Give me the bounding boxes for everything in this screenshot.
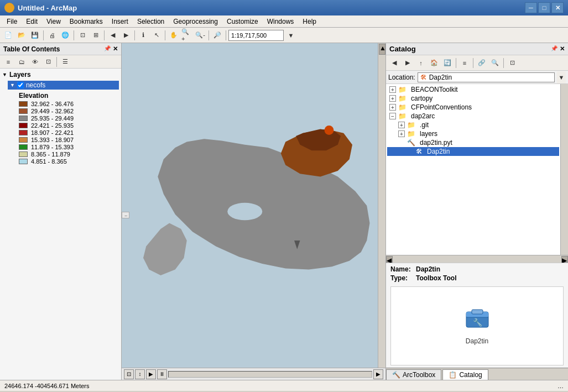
tree-item-beacontoolkit[interactable]: +📁BEACONToolkit [387, 85, 559, 94]
menu-item-help[interactable]: Help [298, 17, 321, 27]
toc-layer-name[interactable]: ▼ necofs [8, 81, 119, 90]
toc-list-by-source[interactable]: 🗂 [15, 56, 28, 68]
toc-list-by-visibility[interactable]: 👁 [29, 56, 41, 68]
map-area[interactable]: ▲ ▼ ‥ [122, 43, 385, 380]
toc-list-by-drawing-order[interactable]: ≡ [2, 56, 14, 68]
menu-item-bookmarks[interactable]: Bookmarks [65, 17, 107, 27]
legend-title: Elevation [19, 92, 119, 100]
tree-item--git[interactable]: +📁.git [387, 121, 559, 129]
location-dropdown-button[interactable]: ▼ [557, 71, 566, 83]
catalog-connect-button[interactable]: 🔗 [476, 57, 488, 69]
vscroll-track[interactable] [378, 55, 385, 368]
catalog-home-button[interactable]: 🏠 [428, 57, 440, 69]
globe-button[interactable]: 🌐 [59, 29, 71, 41]
main-toolbar: 📄 📂 💾 🖨 🌐 ⊡ ⊞ ◀ ▶ ℹ ↖ ✋ 🔍+ 🔍- 🔎 1:19,717… [0, 28, 568, 43]
new-button[interactable]: 📄 [2, 29, 14, 41]
catalog-view-toggle[interactable]: ≡ [458, 57, 471, 69]
tree-item-dap2tin[interactable]: 🛠Dap2tin [387, 147, 559, 156]
menu-item-customize[interactable]: Customize [222, 17, 263, 27]
menu-item-insert[interactable]: Insert [107, 17, 133, 27]
maximize-button[interactable]: □ [538, 2, 550, 13]
legend-item: 4.851 - 8.365 [19, 158, 119, 165]
layer-expand[interactable]: ▼ [10, 82, 15, 88]
toc-list-by-selection[interactable]: ⊡ [42, 56, 54, 68]
legend-range: 18.907 - 22.421 [31, 129, 74, 136]
select-button[interactable]: ↖ [150, 29, 163, 41]
expand-button[interactable]: + [398, 122, 405, 128]
save-button[interactable]: 💾 [29, 29, 41, 41]
minimize-button[interactable]: ─ [525, 2, 537, 13]
hscroll-left[interactable]: ◀ [386, 256, 393, 263]
location-input[interactable]: 🛠 Dap2tin [418, 72, 555, 82]
catalog-close-button[interactable]: ✕ [560, 45, 565, 53]
identify-button[interactable]: ℹ [137, 29, 149, 41]
menu-item-selection[interactable]: Selection [133, 17, 169, 27]
tab-catalog[interactable]: 📋 Catalog [442, 369, 488, 380]
sep6 [209, 30, 209, 40]
layers-expand[interactable]: ▼ [2, 72, 7, 77]
map-horizontal-scrollbar[interactable] [168, 371, 372, 378]
sep5 [165, 30, 165, 40]
scale-dropdown[interactable]: ▼ [285, 29, 297, 41]
menu-item-file[interactable]: File [2, 17, 22, 27]
tree-item-dap2tin-pyt[interactable]: 🔨dap2tin.pyt [387, 138, 559, 147]
expand-button[interactable]: − [389, 113, 396, 119]
back-button[interactable]: ◀ [107, 29, 119, 41]
legend-range: 11.879 - 15.393 [31, 144, 74, 150]
pan-button[interactable]: ✋ [168, 29, 180, 41]
catalog-horizontal-scrollbar[interactable]: ◀ ▶ [386, 255, 568, 263]
map-play-button[interactable]: ▶ [146, 369, 156, 379]
menu-item-edit[interactable]: Edit [22, 17, 42, 27]
tree-item-dap2arc[interactable]: −📁dap2arc [387, 112, 559, 121]
forward-button[interactable]: ▶ [120, 29, 132, 41]
tree-item-layers[interactable]: +📁layers [387, 129, 559, 138]
hscroll-right[interactable]: ▶ [561, 256, 568, 263]
fixed-zoom-in-button[interactable]: ⊞ [90, 29, 102, 41]
find-button[interactable]: 🔎 [211, 29, 223, 41]
toc-options-button[interactable]: ☰ [59, 56, 71, 68]
close-button[interactable]: ✕ [551, 2, 564, 13]
expand-button[interactable]: + [389, 104, 396, 111]
expand-button[interactable]: + [389, 86, 396, 93]
vscroll-up[interactable]: ▲ [379, 44, 385, 55]
full-extent-button[interactable]: ⊡ [76, 29, 88, 41]
map-pan-button[interactable]: ↕ [135, 369, 145, 379]
scale-input[interactable]: 1:19,717,500 [228, 30, 284, 41]
zoom-out-button[interactable]: 🔍- [194, 29, 206, 41]
zoom-in-button[interactable]: 🔍+ [181, 29, 193, 41]
catalog-up-button[interactable]: ↑ [415, 57, 427, 69]
detail-type-row: Type: Toolbox Tool [390, 274, 564, 282]
map-splitter[interactable]: ‥ [122, 212, 129, 218]
toc-close-button[interactable]: ✕ [113, 45, 118, 53]
catalog-detail-info: Name: Dap2tin Type: Toolbox Tool [386, 263, 568, 284]
tab-arctoolbox[interactable]: 🔨 ArcToolbox [386, 369, 441, 380]
tree-item-cfpointconventions[interactable]: +📁CFPointConventions [387, 103, 559, 112]
catalog-back-button[interactable]: ◀ [388, 57, 400, 69]
map-pause-button[interactable]: ⏸ [157, 369, 167, 379]
titlebar: Untitled - ArcMap ─ □ ✕ [0, 0, 568, 15]
menu-item-view[interactable]: View [42, 17, 65, 27]
expand-button[interactable]: + [398, 130, 405, 137]
tree-item-cartopy[interactable]: +📁cartopy [387, 94, 559, 103]
catalog-vertical-scrollbar[interactable] [560, 84, 568, 255]
svg-text:🔧: 🔧 [472, 318, 482, 327]
catalog-more-button[interactable]: ⊡ [506, 57, 518, 69]
catalog-forward-button[interactable]: ▶ [402, 57, 414, 69]
map-vertical-scrollbar[interactable]: ▲ ▼ [378, 43, 385, 380]
open-button[interactable]: 📂 [15, 29, 28, 41]
tree-label: BEACONToolkit [411, 86, 458, 93]
catalog-location-bar: Location: 🛠 Dap2tin ▼ [386, 71, 568, 84]
menu-item-geoprocessing[interactable]: Geoprocessing [169, 17, 222, 27]
expand-button[interactable]: + [389, 95, 396, 102]
scroll-right-button[interactable]: ▶ [373, 369, 383, 379]
legend-range: 29.449 - 32.962 [31, 108, 74, 114]
sep-cat2 [473, 58, 473, 68]
toc-pin-button[interactable]: 📌 [104, 45, 111, 53]
catalog-refresh-button[interactable]: 🔄 [441, 57, 454, 69]
layer-visibility-checkbox[interactable] [17, 82, 24, 88]
print-button[interactable]: 🖨 [46, 29, 58, 41]
catalog-pin-button[interactable]: 📌 [551, 45, 557, 53]
map-extent-button[interactable]: ⊡ [124, 369, 134, 379]
catalog-search-button[interactable]: 🔍 [489, 57, 501, 69]
menu-item-windows[interactable]: Windows [263, 17, 299, 27]
